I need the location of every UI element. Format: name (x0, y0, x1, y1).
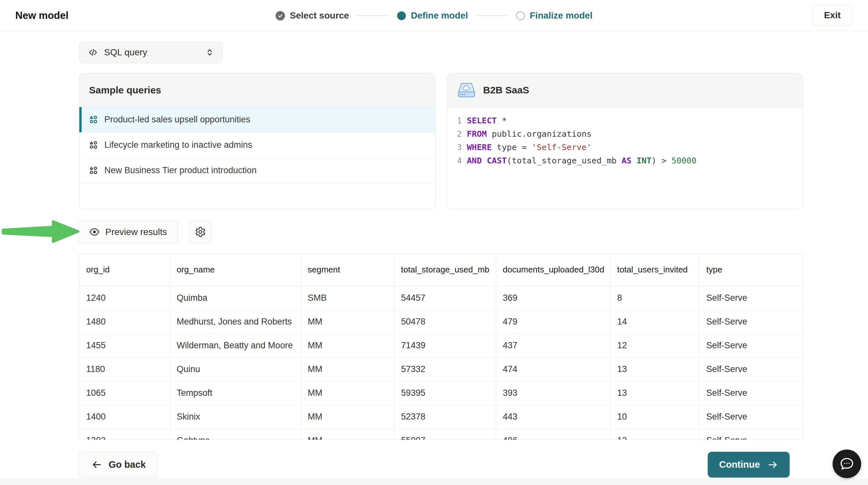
table-cell: 50478 (394, 310, 496, 334)
model-type-dropdown[interactable]: SQL query (79, 42, 223, 63)
code-line: 3WHERE type = 'Self-Serve' (447, 142, 803, 155)
table-cell: Gabtype (170, 429, 301, 440)
table-cell: MM (301, 358, 394, 381)
go-back-label: Go back (108, 459, 146, 470)
table-cell: MM (301, 381, 394, 405)
eye-icon (89, 227, 100, 237)
wizard-step-finalize-model[interactable]: Finalize model (516, 10, 592, 21)
new-model-page: { "header": { "title": "New model", "exi… (0, 0, 868, 485)
table-cell: 57332 (394, 358, 496, 381)
green-pointer-arrow (2, 219, 80, 246)
arrow-right-icon (767, 459, 778, 470)
table-row: 1303GabtypeMM5590748612Self-Serve (79, 429, 803, 440)
code-line: 2FROM public.organizations (447, 129, 803, 142)
table-cell: 1065 (79, 381, 170, 405)
query-settings-button[interactable] (189, 221, 211, 243)
sample-queries-panel: Sample queries Product-led sales upsell … (79, 73, 436, 209)
table-cell: Medhurst, Jones and Roberts (170, 310, 301, 334)
sample-query-label: Lifecycle marketing to inactive admins (104, 140, 252, 150)
table-cell: 52378 (394, 405, 496, 429)
column-header-total_users_invited: total_users_invited (610, 254, 699, 286)
table-cell: MM (301, 405, 394, 429)
table-cell: 369 (496, 286, 610, 310)
query-panel-title: B2B SaaS (483, 85, 529, 96)
wizard-step-select-source[interactable]: Select source (276, 10, 349, 21)
table-cell: Tempsoft (170, 381, 301, 405)
line-number: 4 (447, 156, 462, 165)
table-row: 1065TempsoftMM5939539313Self-Serve (79, 381, 803, 405)
step-connector-line (357, 15, 390, 16)
column-header-org_id: org_id (79, 254, 170, 286)
table-cell: MM (301, 334, 394, 358)
table-cell: MM (301, 310, 394, 334)
sample-query-label: New Business Tier product introduction (104, 165, 256, 175)
page-title: New model (15, 10, 69, 22)
table-row: 1240QuimbaSMB544573698Self-Serve (79, 286, 803, 310)
query-panel: B2B SaaS 1SELECT *2FROM public.organizat… (447, 73, 803, 209)
line-number: 3 (447, 143, 462, 152)
chat-bubble-icon (839, 456, 855, 472)
step-active-dot-icon (397, 11, 406, 20)
table-cell: 71439 (394, 334, 496, 358)
table-cell: 479 (496, 310, 610, 334)
sample-query-item[interactable]: Lifecycle marketing to inactive admins (79, 133, 435, 158)
code-text: FROM public.organizations (462, 129, 592, 139)
table-cell: 443 (496, 405, 610, 429)
go-back-button[interactable]: Go back (79, 452, 158, 478)
shapes-icon (89, 166, 98, 175)
chat-widget-button[interactable] (833, 450, 861, 478)
step-label: Finalize model (530, 10, 592, 21)
results-table: org_idorg_namesegmenttotal_storage_used_… (79, 254, 803, 440)
table-cell: Self-Serve (699, 381, 803, 405)
sample-query-label: Product-led sales upsell opportunities (104, 115, 250, 125)
line-number: 2 (447, 130, 462, 139)
top-bar: New model Select source Define model Fin… (0, 0, 868, 31)
exit-button[interactable]: Exit (812, 5, 853, 26)
table-cell: 1480 (79, 310, 170, 334)
table-cell: Self-Serve (699, 429, 803, 440)
step-connector-line (475, 15, 508, 16)
code-line: 4AND CAST(total_storage_used_mb AS INT) … (447, 155, 803, 169)
code-line: 1SELECT * (447, 116, 803, 129)
continue-button[interactable]: Continue (708, 452, 789, 478)
table-cell: 8 (610, 286, 699, 310)
table-cell: MM (301, 429, 394, 440)
column-header-documents_uploaded_l30d: documents_uploaded_l30d (496, 254, 610, 286)
table-cell: 10 (610, 405, 699, 429)
table-cell: 393 (496, 381, 610, 405)
sample-query-item[interactable]: Product-led sales upsell opportunities (79, 107, 435, 133)
table-cell: 1400 (79, 405, 170, 429)
wizard-step-define-model[interactable]: Define model (397, 10, 468, 21)
shapes-icon (89, 141, 98, 149)
table-cell: Self-Serve (699, 286, 803, 310)
wizard-stepper: Select source Define model Finalize mode… (276, 0, 593, 31)
table-row: 1180QuinuMM5733247413Self-Serve (79, 358, 803, 381)
column-header-total_storage_used_mb: total_storage_used_mb (394, 254, 496, 286)
code-text: SELECT * (462, 116, 507, 125)
table-row: 1400SkinixMM5237844310Self-Serve (79, 405, 803, 429)
code-icon (88, 47, 98, 58)
table-cell: 59395 (394, 381, 496, 405)
results-table-container: org_idorg_namesegmenttotal_storage_used_… (79, 253, 804, 440)
column-header-org_name: org_name (170, 254, 301, 286)
table-cell: 13 (610, 358, 699, 381)
table-cell: Self-Serve (699, 334, 803, 358)
sample-query-item[interactable]: New Business Tier product introduction (79, 158, 435, 183)
step-upcoming-circle-icon (516, 11, 525, 20)
shapes-icon (89, 115, 98, 124)
table-cell: 54457 (394, 286, 496, 310)
column-header-segment: segment (301, 254, 394, 286)
table-cell: 13 (610, 381, 699, 405)
column-header-type: type (699, 254, 803, 286)
table-cell: 1240 (79, 286, 170, 310)
table-cell: Self-Serve (699, 358, 803, 381)
table-cell: 1180 (79, 358, 170, 381)
model-type-value: SQL query (104, 47, 199, 58)
table-cell: Quimba (170, 286, 301, 310)
sample-queries-list: Product-led sales upsell opportunities L… (79, 107, 435, 183)
cloud-drive-icon (457, 81, 476, 99)
preview-results-button[interactable]: Preview results (79, 221, 178, 243)
code-text: AND CAST(total_storage_used_mb AS INT) >… (462, 155, 696, 165)
table-cell: Wilderman, Beatty and Moore (170, 334, 301, 358)
table-cell: 437 (496, 334, 610, 358)
